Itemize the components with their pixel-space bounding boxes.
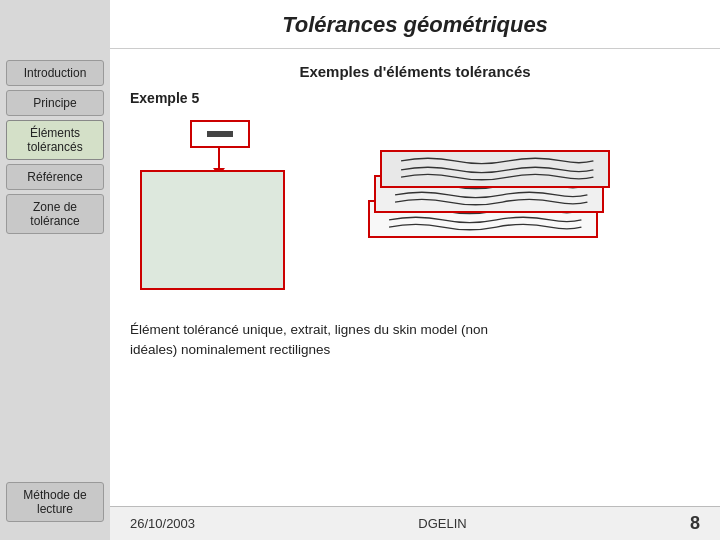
page-number: 8 [690, 513, 700, 534]
sidebar-item-zone-tolerance[interactable]: Zone de tolérance [6, 194, 104, 234]
shape-front [380, 150, 610, 188]
dash-symbol [207, 131, 233, 137]
sidebar: Introduction Principe Éléments tolérancé… [0, 0, 110, 540]
main-container: Introduction Principe Éléments tolérancé… [0, 0, 720, 540]
main-rect-box [140, 170, 285, 290]
example-label: Exemple 5 [130, 90, 700, 106]
content-body: Exemples d'éléments tolérancés Exemple 5 [110, 49, 720, 506]
sidebar-item-principe[interactable]: Principe [6, 90, 104, 116]
left-diagram [130, 120, 310, 300]
description-text: Élément tolérancé unique, extrait, ligne… [130, 320, 700, 361]
section-title: Exemples d'éléments tolérancés [130, 63, 700, 80]
arrow-down [218, 148, 220, 170]
right-diagram [360, 120, 620, 300]
diagram-area [130, 120, 700, 300]
footer-date: 26/10/2003 [130, 516, 195, 531]
sidebar-spacer [6, 238, 104, 478]
sidebar-item-introduction[interactable]: Introduction [6, 60, 104, 86]
sidebar-item-methode-lecture[interactable]: Méthode de lecture [6, 482, 104, 522]
sidebar-item-elements-tolerances[interactable]: Éléments tolérancés [6, 120, 104, 160]
content-area: Tolérances géométriques Exemples d'éléme… [110, 0, 720, 540]
sidebar-item-reference[interactable]: Référence [6, 164, 104, 190]
top-small-box [190, 120, 250, 148]
page-title: Tolérances géométriques [110, 0, 720, 49]
footer: 26/10/2003 DGELIN 8 [110, 506, 720, 540]
footer-source: DGELIN [418, 516, 466, 531]
